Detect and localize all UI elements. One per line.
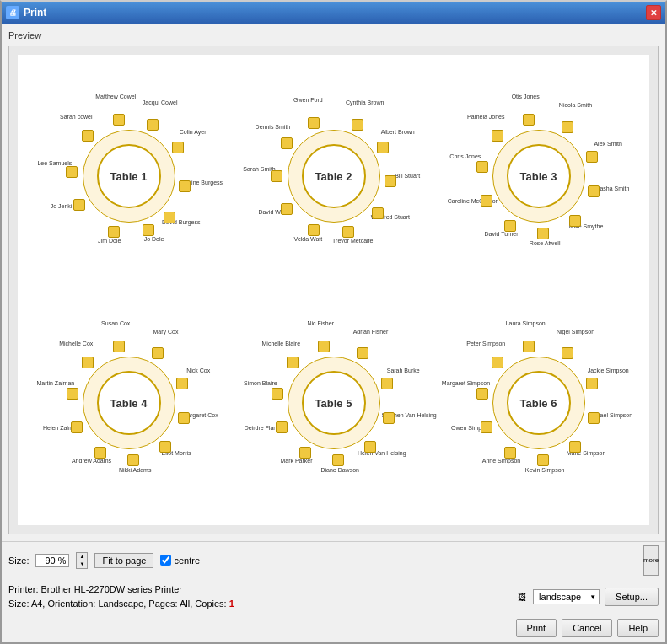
table-diagram-5: Table 5Nic FisherMichelle BlaireSimon Bl… xyxy=(258,327,410,479)
seat-5-4 xyxy=(276,421,288,433)
seat-2-2 xyxy=(281,137,293,149)
table-diagram-1: Table 1Sarah cowelMatthew CowelJacqui Co… xyxy=(53,100,205,252)
preview-inner: Table 1Sarah cowelMatthew CowelJacqui Co… xyxy=(18,55,649,525)
seat-6-2 xyxy=(492,357,503,368)
seat-name-2-5: Velda Watt xyxy=(284,236,331,243)
title-bar: 🖨 Print ✕ xyxy=(2,2,665,24)
table-container-2: Table 2Gwen FordDennis SmithSarah SmithD… xyxy=(235,67,432,286)
seat-name-4-6: Nikki Adams xyxy=(111,467,159,474)
seat-name-6-5: Anne Simpson xyxy=(478,458,525,464)
seat-1-7 xyxy=(143,224,154,236)
seat-name-3-5: David Turner xyxy=(478,231,525,238)
seat-6-3 xyxy=(476,388,488,400)
seat-3-6 xyxy=(537,228,549,239)
seat-1-5 xyxy=(179,180,191,192)
table-container-3: Table 3Otis JonesPamela JonesChris Jones… xyxy=(440,67,637,286)
title-bar-left: 🖨 Print xyxy=(6,6,46,19)
cancel-button[interactable]: Cancel xyxy=(562,619,612,637)
spin-down[interactable]: ▼ xyxy=(77,561,87,568)
seat-2-4 xyxy=(281,203,293,215)
seat-5-10 xyxy=(357,347,368,359)
printer-info: Printer: Brother HL-2270DW series Printe… xyxy=(8,582,234,612)
seat-name-6-1: Laura Simpson xyxy=(502,320,549,327)
orientation-select[interactable]: landscape portrait xyxy=(533,589,600,604)
seat-3-5 xyxy=(504,220,516,232)
table-container-6: Table 6Laura SimpsonPeter SimpsonMargare… xyxy=(440,294,637,513)
seat-name-1-8: Jim Dole xyxy=(86,238,133,244)
table-diagram-2: Table 2Gwen FordDennis SmithSarah SmithD… xyxy=(258,100,410,252)
info-right: 🖼 landscape portrait Setup... xyxy=(518,588,659,606)
seat-name-2-10: Cynthia Brown xyxy=(342,99,389,106)
seat-4-9 xyxy=(176,378,188,389)
seat-5-5 xyxy=(299,447,311,459)
seat-4-7 xyxy=(159,441,171,453)
table-label-1: Table 1 xyxy=(97,144,161,208)
seat-name-4-10: Mary Cox xyxy=(143,329,190,335)
seat-name-5-10: Adrian Fisher xyxy=(347,329,395,335)
seat-4-2 xyxy=(82,357,94,368)
seat-name-2-6: Trevor Metcalfe xyxy=(329,238,376,244)
seat-name-4-3: Martin Zalman xyxy=(32,380,79,387)
seat-3-9 xyxy=(586,151,598,163)
seat-1-4 xyxy=(172,142,184,153)
seat-6-10 xyxy=(562,347,573,359)
size-spinner[interactable]: ▲ ▼ xyxy=(76,552,88,569)
seat-6-1 xyxy=(523,341,535,352)
seat-4-3 xyxy=(67,388,78,400)
seat-5-9 xyxy=(381,378,393,389)
table-label-4: Table 4 xyxy=(97,371,161,435)
print-button[interactable]: Print xyxy=(516,619,557,637)
table-label-2: Table 2 xyxy=(302,144,366,208)
seat-2-9 xyxy=(377,142,389,153)
seat-4-10 xyxy=(152,347,164,359)
seat-6-8 xyxy=(588,412,600,424)
window-title: Print xyxy=(24,7,46,19)
seat-6-5 xyxy=(504,447,516,459)
print-window: 🖨 Print ✕ Preview Table 1Sarah cowelMatt… xyxy=(0,0,667,644)
info-bar: Printer: Brother HL-2270DW series Printe… xyxy=(2,579,665,615)
close-button[interactable]: ✕ xyxy=(646,5,661,20)
centre-checkbox[interactable] xyxy=(160,555,171,566)
preview-label: Preview xyxy=(8,30,659,40)
size-label: Size: xyxy=(8,555,29,566)
help-button[interactable]: Help xyxy=(617,619,659,637)
seat-name-3-6: Rose Atwell xyxy=(521,240,568,247)
seat-name-1-7: Jo Dole xyxy=(131,236,178,243)
seat-2-6 xyxy=(342,226,354,238)
seat-3-7 xyxy=(569,215,581,227)
seat-1-6 xyxy=(164,212,175,223)
more-button[interactable]: more xyxy=(643,545,659,576)
table-label-6: Table 6 xyxy=(507,371,571,435)
printer-info-line1: Printer: Brother HL-2270DW series Printe… xyxy=(8,582,234,598)
table-label-5: Table 5 xyxy=(302,371,366,435)
controls-bar: Size: ▲ ▼ Fit to page centre more xyxy=(2,541,665,579)
seat-name-6-2: Peter Simpson xyxy=(462,341,509,347)
seat-4-4 xyxy=(71,421,83,433)
fit-to-page-button[interactable]: Fit to page xyxy=(94,553,153,568)
seat-5-7 xyxy=(364,441,376,453)
seat-name-2-9: Albert Brown xyxy=(374,129,422,136)
seat-3-8 xyxy=(588,185,600,197)
content-area: Preview Table 1Sarah cowelMatthew CowelJ… xyxy=(2,24,665,541)
preview-area: Table 1Sarah cowelMatthew CowelJacqui Co… xyxy=(8,46,659,534)
seat-2-10 xyxy=(352,119,363,131)
seat-name-5-1: Nic Fisher xyxy=(297,320,344,327)
setup-button[interactable]: Setup... xyxy=(605,588,659,606)
seat-5-6 xyxy=(332,454,344,466)
seat-name-4-5: Andrew Adams xyxy=(68,458,116,464)
seat-name-3-2: Pamela Jones xyxy=(462,114,509,121)
tables-grid: Table 1Sarah cowelMatthew CowelJacqui Co… xyxy=(30,67,637,513)
seat-4-6 xyxy=(127,454,139,466)
seat-5-1 xyxy=(318,341,330,352)
seat-name-6-10: Nigel Simpson xyxy=(552,329,600,335)
seat-4-5 xyxy=(94,447,106,459)
spin-up[interactable]: ▲ xyxy=(77,553,87,561)
printer-info-line2: Size: A4, Orientation: Landscape, Pages:… xyxy=(8,597,234,612)
table-diagram-4: Table 4Susan CoxMichelle CoxMartin Zalma… xyxy=(53,327,205,479)
seat-name-4-1: Susan Cox xyxy=(92,320,139,327)
seat-6-6 xyxy=(537,454,549,466)
seat-4-8 xyxy=(178,412,190,424)
table-diagram-3: Table 3Otis JonesPamela JonesChris Jones… xyxy=(463,100,615,252)
orientation-select-wrapper: landscape portrait xyxy=(533,589,600,604)
size-input[interactable] xyxy=(35,554,69,567)
